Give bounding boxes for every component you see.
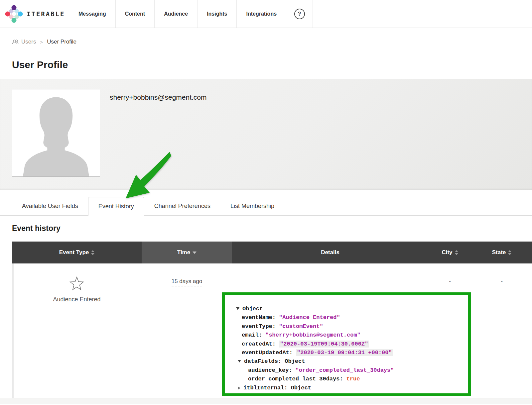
- column-header-details: Details: [232, 242, 428, 263]
- column-header-city[interactable]: City: [428, 242, 471, 263]
- relative-time[interactable]: 15 days ago: [172, 278, 202, 286]
- state-cell: -: [471, 278, 532, 285]
- page-title: User Profile: [12, 59, 532, 71]
- sort-desc-icon: [193, 252, 197, 254]
- avatar-placeholder-icon: [12, 89, 100, 176]
- nav-item-content[interactable]: Content: [116, 0, 155, 28]
- annotation-arrow-icon: [120, 149, 172, 205]
- event-row: Audience Entered 15 days ago - - Object …: [12, 263, 532, 398]
- json-branch-itblinternal: itblInternal:Object: [236, 384, 464, 392]
- brand-wordmark: ITERABLE: [27, 10, 65, 18]
- json-line: eventUpdatedAt:"2020-03-19 09:04:31 +00:…: [236, 349, 464, 357]
- details-highlight-box: Object eventName:"Audience Entered" even…: [222, 292, 471, 396]
- json-line: createdAt:"2020-03-19T09:04:30.000Z": [236, 340, 464, 349]
- event-history-table: Event Type Time Details City State Audie…: [12, 242, 532, 398]
- json-line: order_completed_last_30days:true: [236, 375, 464, 383]
- breadcrumb-chevron-icon: >: [40, 39, 43, 45]
- event-history-heading: Event history: [12, 224, 532, 233]
- breadcrumb-current: User Profile: [47, 39, 76, 45]
- nav-item-audience[interactable]: Audience: [155, 0, 198, 28]
- json-branch-datafields: dataFields:Object: [236, 357, 464, 366]
- avatar: [12, 89, 100, 177]
- profile-tabs: Available User Fields Event History Chan…: [0, 197, 532, 216]
- help-icon: ?: [294, 9, 305, 19]
- json-line: eventType:"customEvent": [236, 322, 464, 331]
- event-type-label: Audience Entered: [12, 296, 142, 303]
- bottom-strip: [0, 398, 532, 404]
- column-header-time[interactable]: Time: [142, 242, 232, 263]
- breadcrumb: Users > User Profile: [12, 38, 532, 46]
- help-button[interactable]: ?: [286, 0, 313, 28]
- json-root-line: Object: [236, 305, 464, 313]
- json-line: audience_key:"order_completed_last_30day…: [236, 366, 464, 375]
- sort-icon: [455, 250, 458, 255]
- city-cell: -: [428, 278, 471, 285]
- json-line: eventName:"Audience Entered": [236, 313, 464, 322]
- top-nav: ITERABLE Messaging Content Audience Insi…: [0, 0, 532, 28]
- event-type-cell: Audience Entered: [12, 276, 142, 303]
- tab-list-membership[interactable]: List Membership: [220, 197, 284, 215]
- breadcrumb-users-label: Users: [21, 39, 36, 45]
- tab-available-user-fields[interactable]: Available User Fields: [12, 197, 88, 215]
- json-tree: Object eventName:"Audience Entered" even…: [225, 295, 468, 392]
- users-icon: [12, 39, 19, 45]
- profile-hero: sherry+bobbins@segment.com: [0, 79, 532, 190]
- nav-item-messaging[interactable]: Messaging: [69, 0, 116, 28]
- star-icon[interactable]: [69, 276, 84, 291]
- json-line: email:"sherry+bobbins@segment.com": [236, 331, 464, 340]
- collapse-triangle-icon[interactable]: [238, 360, 241, 362]
- collapse-triangle-icon[interactable]: [236, 307, 239, 310]
- expand-triangle-icon[interactable]: [238, 386, 240, 390]
- time-cell: 15 days ago: [142, 278, 232, 285]
- table-header: Event Type Time Details City State: [12, 242, 532, 263]
- sort-icon: [91, 250, 94, 255]
- breadcrumb-users-link[interactable]: Users: [12, 39, 36, 45]
- iterable-logo-icon: [5, 5, 23, 23]
- nav-item-insights[interactable]: Insights: [198, 0, 237, 28]
- brand-logo-block[interactable]: ITERABLE: [0, 0, 69, 28]
- nav-item-integrations[interactable]: Integrations: [237, 0, 286, 28]
- sort-icon: [508, 250, 511, 255]
- user-email: sherry+bobbins@segment.com: [110, 93, 207, 101]
- column-header-state[interactable]: State: [471, 242, 532, 263]
- column-header-event-type[interactable]: Event Type: [12, 242, 142, 263]
